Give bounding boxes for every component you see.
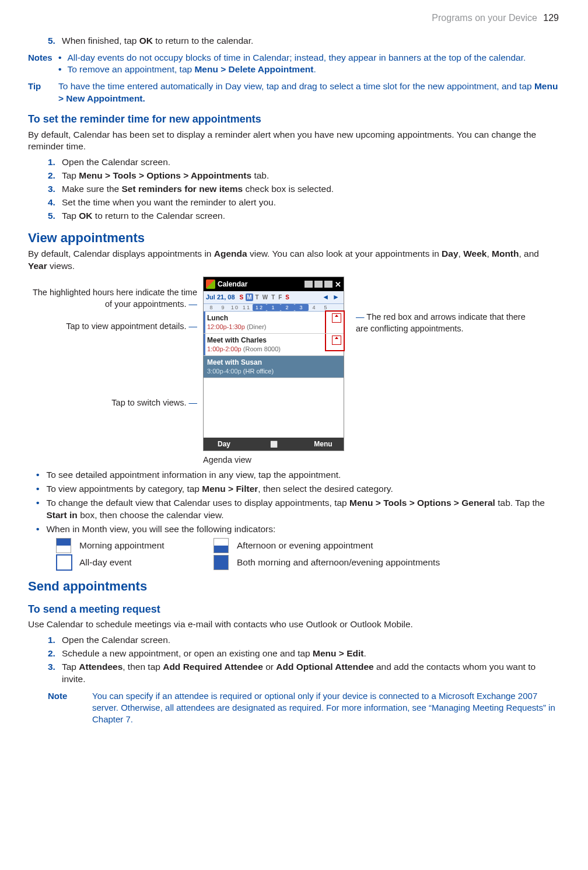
indicator-legend: Morning appointment Afternoon or evening… xyxy=(56,538,559,571)
figure-caption: Agenda view xyxy=(203,455,559,466)
callout-conflict: — The red box and arrows indicate that t… xyxy=(356,312,531,334)
empty-area xyxy=(204,378,344,438)
tip-body: To have the time entered automatically i… xyxy=(58,81,559,105)
bullet-icon: • xyxy=(58,52,61,64)
step-text: Open the Calendar screen. xyxy=(62,634,170,647)
running-header: Programs on your Device 129 xyxy=(28,12,559,25)
notes-block: Notes •All-day events do not occupy bloc… xyxy=(28,52,559,76)
afternoon-indicator-icon xyxy=(214,538,229,553)
paragraph: By default, Calendar has been set to dis… xyxy=(28,129,559,153)
tip-block: Tip To have the time entered automatical… xyxy=(28,81,559,105)
date-header: Jul 21, 08 S M T W T F S ◄ ► xyxy=(204,291,344,303)
bullet-text: When in Month view, you will see the fol… xyxy=(46,523,559,536)
tip-label: Tip xyxy=(28,81,58,105)
section-title: Programs on your Device xyxy=(432,13,537,23)
note-label: Note xyxy=(48,690,92,726)
bullet-text: To see detailed appointment information … xyxy=(46,469,559,481)
indicator-label: Both morning and afternoon/evening appoi… xyxy=(237,557,559,569)
heading-send: Send appointments xyxy=(28,578,559,595)
appointment-item: Lunch 12:00p-1:30p (Diner) xyxy=(204,312,344,334)
reminder-steps: 1.Open the Calendar screen. 2.Tap Menu >… xyxy=(48,156,559,222)
note-text: To remove an appointment, tap Menu > Del… xyxy=(67,64,316,76)
agenda-figure: The highlighted hours here indicate the … xyxy=(28,277,559,450)
step-text: Schedule a new appointment, or open an e… xyxy=(62,648,366,660)
softkey-left: Day xyxy=(204,439,244,449)
inner-note-block: Note You can specify if an attendee is r… xyxy=(48,690,559,726)
step-text: Tap Menu > Tools > Options > Appointment… xyxy=(62,170,269,182)
conflict-icon xyxy=(332,313,341,323)
allday-indicator-icon xyxy=(56,554,72,571)
app-title: Calendar xyxy=(218,279,247,289)
callout-appointment-details: Tap to view appointment details. — xyxy=(28,321,197,333)
callout-highlighted-hours: The highlighted hours here indicate the … xyxy=(28,287,197,310)
heading-view: View appointments xyxy=(28,229,559,247)
indicator-label: All-day event xyxy=(79,557,214,569)
both-indicator-icon xyxy=(214,555,229,570)
note-body: You can specify if an attendee is requir… xyxy=(92,690,559,726)
phone-screenshot: Calendar ✕ Jul 21, 08 S M T W T F S ◄ ► … xyxy=(203,277,344,450)
hour-strip: 8910111212345 xyxy=(204,304,344,312)
bullet-text: To change the default view that Calendar… xyxy=(46,497,559,522)
morning-indicator-icon xyxy=(56,538,71,553)
step-list-top: 5. When finished, tap OK to return to th… xyxy=(48,35,559,47)
right-callouts: — The red box and arrows indicate that t… xyxy=(344,277,531,334)
heading-reminder: To set the reminder time for new appoint… xyxy=(28,112,559,126)
appointment-list: Lunch 12:00p-1:30p (Diner) Meet with Cha… xyxy=(204,312,344,378)
date-text: Jul 21, 08 xyxy=(206,293,235,302)
callout-switch-views: Tap to switch views. — xyxy=(28,397,197,409)
connectivity-icon xyxy=(304,281,313,288)
notes-body: •All-day events do not occupy blocks of … xyxy=(58,52,559,76)
softkey-right: Menu xyxy=(303,439,344,449)
left-callouts: The highlighted hours here indicate the … xyxy=(28,277,203,419)
bullet-icon: • xyxy=(58,64,61,76)
indicator-label: Afternoon or evening appointment xyxy=(237,540,559,552)
step-number: 5. xyxy=(48,35,62,47)
step-text: Open the Calendar screen. xyxy=(62,156,170,169)
heading-send-request: To send a meeting request xyxy=(28,602,559,616)
paragraph: Use Calendar to schedule meetings via e-… xyxy=(28,619,559,631)
softkey-center-icon: ▦ xyxy=(244,438,303,449)
soft-key-bar: Day ▦ Menu xyxy=(204,438,344,450)
volume-icon xyxy=(324,281,332,288)
phone-title-bar: Calendar ✕ xyxy=(204,277,344,291)
day-of-week-strip: S M T W T F S xyxy=(239,294,290,302)
view-bullets: •To see detailed appointment information… xyxy=(36,469,559,536)
close-icon: ✕ xyxy=(335,279,341,290)
step-text: Tap OK to return to the Calendar screen. xyxy=(62,210,225,222)
step-text: Make sure the Set reminders for new item… xyxy=(62,183,334,195)
bullet-icon: • xyxy=(36,497,39,522)
bullet-icon: • xyxy=(36,523,39,536)
conflict-icon xyxy=(332,336,341,345)
step-5: 5. When finished, tap OK to return to th… xyxy=(48,35,559,47)
send-steps: 1.Open the Calendar screen. 2.Schedule a… xyxy=(48,634,559,686)
note-text: All-day events do not occupy blocks of t… xyxy=(67,52,526,64)
notes-label: Notes xyxy=(28,52,58,76)
appointment-item: Meet with Charles 1:00p-2:00p (Room 8000… xyxy=(204,334,344,356)
step-text: When finished, tap OK to return to the c… xyxy=(62,35,253,47)
page-number: 129 xyxy=(543,13,559,23)
signal-icon xyxy=(314,281,323,288)
next-arrow-icon: ► xyxy=(331,292,341,302)
appointment-item-selected: Meet with Susan 3:00p-4:00p (HR office) xyxy=(204,356,344,378)
paragraph: By default, Calendar displays appointmen… xyxy=(28,248,559,272)
bullet-icon: • xyxy=(36,469,39,481)
bullet-icon: • xyxy=(36,483,39,495)
indicator-label: Morning appointment xyxy=(79,540,214,552)
prev-arrow-icon: ◄ xyxy=(320,292,331,302)
step-text: Tap Attendees, then tap Add Required Att… xyxy=(62,661,559,686)
start-icon xyxy=(206,279,215,289)
step-text: Set the time when you want the reminder … xyxy=(62,197,276,209)
bullet-text: To view appointments by category, tap Me… xyxy=(46,483,559,495)
